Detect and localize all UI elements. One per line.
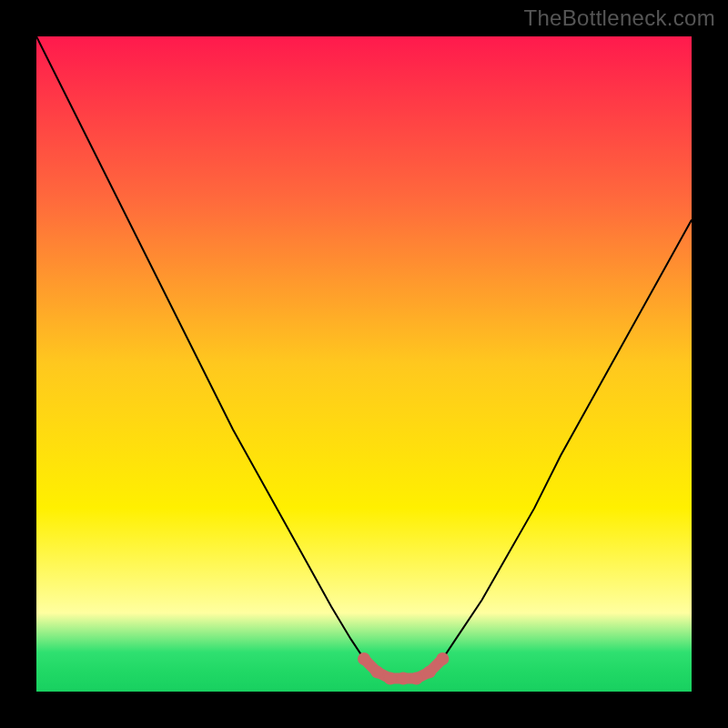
optimal-zone-dot (423, 665, 436, 678)
bottleneck-plot (36, 36, 692, 692)
optimal-zone-dot (384, 672, 397, 685)
optimal-zone-dot (436, 652, 449, 665)
plot-background (36, 36, 692, 692)
optimal-zone-dot (358, 652, 370, 665)
chart-frame: TheBottleneck.com (0, 0, 728, 728)
optimal-zone-dot (370, 665, 383, 678)
optimal-zone-dot (410, 672, 423, 685)
watermark-text: TheBottleneck.com (523, 5, 715, 31)
optimal-zone-dot (397, 672, 410, 685)
